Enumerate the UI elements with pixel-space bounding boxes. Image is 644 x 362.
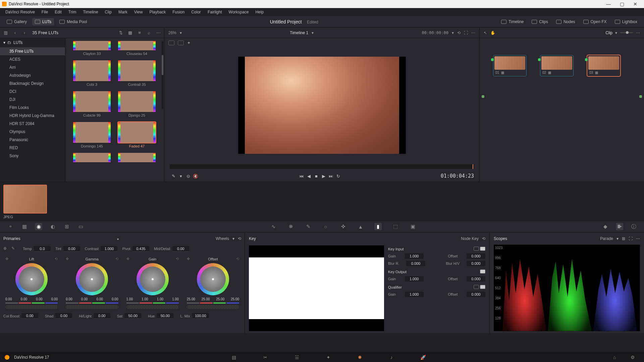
chevron-down-icon[interactable]: ▾	[232, 236, 234, 241]
adj-value[interactable]: 0.00	[172, 246, 189, 252]
split-screen-icon[interactable]	[178, 41, 184, 45]
viewer-frame[interactable]	[238, 57, 406, 154]
tracker-icon[interactable]: ✜	[339, 223, 347, 230]
maximize-button[interactable]: ▢	[615, 1, 629, 7]
keyframe-icon[interactable]: ◆	[602, 223, 609, 230]
lut-thumb[interactable]	[118, 41, 156, 50]
menu-mark[interactable]: Mark	[116, 10, 130, 14]
settings-icon[interactable]: ⚙	[629, 355, 636, 360]
adj-value[interactable]: 0.00	[94, 313, 110, 319]
viewer-timeline[interactable]	[170, 164, 474, 169]
wheels-mode[interactable]: Wheels	[216, 236, 229, 241]
options-icon[interactable]: ⋯	[636, 236, 640, 241]
motion-effects-icon[interactable]: ▭	[77, 223, 85, 230]
reset-icon[interactable]: ⟲	[482, 236, 485, 241]
adj-value[interactable]: 0.00	[21, 313, 38, 319]
color-wheel[interactable]	[137, 263, 169, 295]
wheel-value[interactable]: 1.00	[172, 297, 178, 301]
param-value[interactable]: 1.000	[405, 292, 424, 297]
sort-icon[interactable]: ⇅	[118, 30, 124, 36]
menu-davinci-resolve[interactable]: DaVinci Resolve	[3, 10, 38, 14]
reset-icon[interactable]: ⟲	[176, 257, 179, 261]
adj-value[interactable]: 50.00	[124, 313, 141, 319]
folder-aces[interactable]: ACES	[0, 55, 65, 63]
workbar-open-fx[interactable]: Open FX	[581, 18, 609, 25]
pointer-icon[interactable]: ↖	[484, 31, 487, 35]
nav-fwd-icon[interactable]: ›	[21, 30, 28, 36]
menu-fusion[interactable]: Fusion	[170, 10, 187, 14]
hdr-wheels-icon[interactable]: ◐	[49, 223, 56, 230]
key-icon[interactable]: ▮	[374, 223, 382, 230]
adj-value[interactable]: 0.435	[132, 246, 149, 252]
node-connector[interactable]	[491, 58, 494, 61]
folder-35-free-luts[interactable]: 35 Free LUTs	[0, 47, 65, 55]
invert-toggle[interactable]	[480, 285, 485, 289]
hand-icon[interactable]: ✋	[490, 31, 495, 35]
last-frame-button[interactable]: ⏭	[327, 172, 335, 180]
loop-button[interactable]: ↻	[335, 172, 342, 180]
chevron-down-icon[interactable]: ▾	[616, 236, 619, 241]
expand-icon[interactable]: ⛶	[629, 236, 633, 241]
tree-root[interactable]: ▾ 🗀 LUTs	[0, 38, 65, 47]
color-wheel[interactable]	[15, 263, 48, 295]
chevron-down-icon[interactable]: ▾	[312, 31, 314, 35]
play-button[interactable]: ▶	[320, 172, 327, 180]
folder-hdr-hybrid-log-gamma[interactable]: HDR Hybrid Log-Gamma	[0, 112, 65, 120]
folder-dci[interactable]: DCI	[0, 87, 65, 96]
menu-clip[interactable]: Clip	[102, 10, 114, 14]
first-frame-button[interactable]: ⏮	[298, 172, 305, 180]
master-dial[interactable]	[66, 305, 118, 309]
menu-file[interactable]: File	[39, 10, 51, 14]
reset-icon[interactable]: ⟲	[55, 257, 58, 261]
node-01[interactable]: 01 ▦	[493, 55, 527, 76]
color-match-icon[interactable]: ▦	[21, 223, 28, 230]
lut-thumb[interactable]	[118, 153, 156, 162]
rgb-mixer-icon[interactable]: ⊞	[63, 223, 70, 230]
zoom-level[interactable]: 26%	[168, 31, 176, 35]
folder-astrodesign[interactable]: Astrodesign	[0, 71, 65, 79]
adj-value[interactable]: 0.00	[55, 313, 72, 319]
sizing-icon[interactable]: ⬚	[392, 223, 399, 230]
key-preview[interactable]	[249, 245, 384, 331]
workbar-timeline[interactable]: Timeline	[498, 18, 526, 25]
folder-panasonic[interactable]: Panasonic	[0, 136, 65, 144]
lut-thumb[interactable]	[73, 153, 111, 162]
color-wheel[interactable]	[76, 263, 108, 295]
color-page-icon[interactable]: ✺	[357, 355, 363, 360]
expand-icon[interactable]: ⛶	[464, 31, 468, 35]
wheel-value[interactable]: 0.00	[51, 297, 58, 301]
clip-thumbnail[interactable]	[3, 185, 47, 214]
bypass-icon[interactable]: ⟲	[457, 31, 461, 35]
home-icon[interactable]: ⌂	[611, 355, 618, 360]
workbar-clips[interactable]: Clips	[529, 18, 551, 25]
menu-color[interactable]: Color	[189, 10, 204, 14]
workbar-luts[interactable]: LUTs	[32, 18, 54, 25]
picker-icon[interactable]: ✥	[66, 257, 69, 261]
adj-value[interactable]: 0.00	[63, 246, 80, 252]
node-connector[interactable]	[538, 58, 541, 61]
workbar-nodes[interactable]: Nodes	[553, 18, 578, 25]
wheel-value[interactable]: 25.00	[187, 297, 195, 301]
chevron-down-icon[interactable]: ▾	[452, 31, 454, 35]
close-button[interactable]: ✕	[629, 1, 642, 7]
matte-toggle[interactable]	[474, 247, 479, 251]
menu-help[interactable]: Help	[253, 10, 266, 14]
timeline-timecode[interactable]: 00:00:00:00	[422, 31, 448, 35]
folder-red[interactable]: RED	[0, 144, 65, 152]
options-icon[interactable]: ⋯	[636, 31, 640, 35]
curves-icon[interactable]: ∿	[270, 223, 277, 230]
fusion-page-icon[interactable]: ✦	[325, 355, 332, 360]
folder-film-looks[interactable]: Film Looks	[0, 104, 65, 112]
lut-thumb[interactable]	[118, 91, 156, 112]
param-value[interactable]: 0.000	[406, 261, 425, 266]
folder-hdr-st-2084[interactable]: HDR ST 2084	[0, 120, 65, 128]
menu-timeline[interactable]: Timeline	[80, 10, 101, 14]
highlight-icon[interactable]: ✦	[187, 41, 193, 45]
node-03[interactable]: 03 ▦	[587, 55, 621, 76]
menu-trim[interactable]: Trim	[66, 10, 79, 14]
chevron-down-icon[interactable]: ▾	[180, 31, 182, 35]
wheel-value[interactable]: 25.00	[216, 297, 224, 301]
node-02[interactable]: 02 ▦	[540, 55, 574, 76]
media-page-icon[interactable]: ▤	[230, 355, 237, 360]
wheel-value[interactable]: 25.00	[201, 297, 210, 301]
